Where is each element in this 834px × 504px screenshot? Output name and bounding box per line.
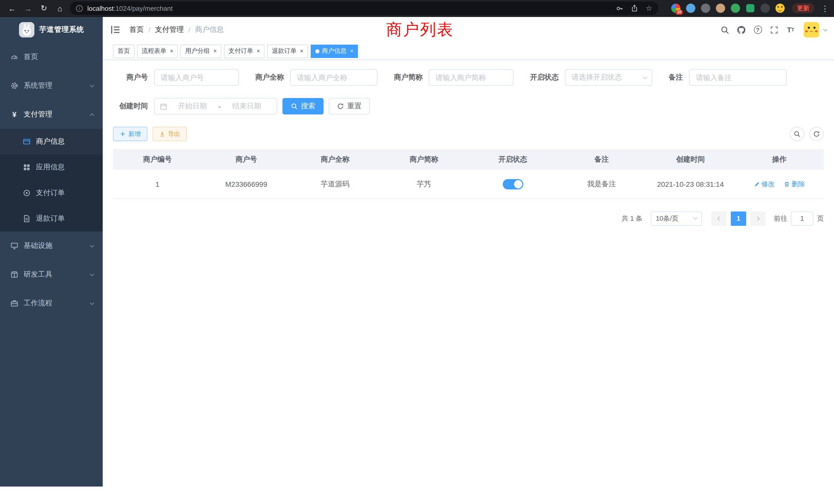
- chevron-left-icon: [718, 216, 722, 221]
- page-size-select[interactable]: 10条/页: [651, 211, 702, 226]
- key-icon[interactable]: [616, 4, 624, 12]
- share-icon[interactable]: [631, 4, 639, 12]
- tag-user-group[interactable]: 用户分组×: [180, 44, 221, 58]
- github-icon[interactable]: [735, 23, 748, 36]
- sidebar-item-infrastructure[interactable]: 基础设施: [0, 231, 103, 260]
- cell-status: [468, 170, 557, 199]
- short-name-input[interactable]: [429, 69, 513, 86]
- extension-badge: 10: [675, 10, 683, 15]
- search-icon[interactable]: [719, 23, 731, 36]
- sidebar-item-workflow[interactable]: 工作流程: [0, 289, 103, 318]
- filter-short-name: 商户简称: [394, 69, 513, 86]
- cell-create-time: 2021-10-23 08:31:14: [646, 170, 735, 199]
- help-icon[interactable]: ?: [751, 23, 764, 36]
- close-icon[interactable]: ×: [300, 48, 304, 54]
- extension-gray-icon[interactable]: [701, 3, 711, 13]
- prev-page-button[interactable]: [711, 211, 727, 226]
- tag-home[interactable]: 首页: [113, 44, 135, 58]
- tag-pay-order[interactable]: 支付订单×: [224, 44, 265, 58]
- remark-input[interactable]: [689, 69, 787, 86]
- sidebar-item-system[interactable]: 系统管理: [0, 71, 103, 100]
- breadcrumb-home[interactable]: 首页: [129, 25, 144, 35]
- close-icon[interactable]: ×: [350, 48, 354, 54]
- column-header: 商户简称: [379, 150, 468, 170]
- bookmark-star-icon[interactable]: ☆: [646, 5, 652, 12]
- toolbar-right: [790, 127, 824, 141]
- extension-green-circle-icon[interactable]: [730, 3, 741, 13]
- sidebar-item-app-info[interactable]: 应用信息: [0, 155, 103, 180]
- page-number-1[interactable]: 1: [731, 211, 746, 226]
- status-select[interactable]: 请选择开启状态: [565, 69, 652, 86]
- cell-actions: 修改 删除: [735, 170, 824, 199]
- end-date-placeholder: 结束日期: [222, 101, 272, 111]
- column-header: 创建时间: [646, 150, 735, 170]
- browser-toolbar: ← → ↻ ⌂ i localhost:1024/pay/merchant ☆ …: [0, 0, 834, 17]
- page-annotation: 商户列表: [386, 19, 454, 41]
- forward-icon[interactable]: →: [21, 2, 35, 15]
- reset-button[interactable]: 重置: [329, 98, 370, 114]
- add-button[interactable]: 新增: [113, 127, 147, 141]
- full-name-input[interactable]: [290, 69, 377, 86]
- reload-icon[interactable]: ↻: [37, 2, 51, 15]
- close-icon[interactable]: ×: [170, 48, 173, 54]
- filter-merchant-no: 商户号: [113, 69, 239, 86]
- sidebar-item-refund-order[interactable]: 退款订单: [0, 206, 103, 231]
- payment-submenu: 商户信息 应用信息 支付订单 退款订单: [0, 129, 103, 231]
- filter-create-time: 创建时间 开始日期 - 结束日期: [113, 98, 277, 114]
- extension-smiley-icon[interactable]: [775, 3, 785, 13]
- extension-colorwheel-icon[interactable]: 10: [671, 3, 681, 13]
- cell-merchant-id: 1: [113, 170, 202, 199]
- status-toggle[interactable]: [503, 179, 523, 189]
- font-size-icon[interactable]: TT: [784, 23, 797, 36]
- sidebar-item-devtools[interactable]: 研发工具: [0, 260, 103, 289]
- back-icon[interactable]: ←: [5, 2, 19, 15]
- cell-short-name: 芋艿: [379, 170, 468, 199]
- refresh-button[interactable]: [809, 127, 824, 141]
- extension-avatar-icon[interactable]: [716, 3, 726, 13]
- extension-blue-icon[interactable]: [686, 3, 696, 13]
- top-navbar: 首页 / 支付管理 / 商户信息 商户列表 ?: [103, 17, 834, 43]
- breadcrumb-separator: /: [148, 26, 151, 34]
- extension-dark-icon[interactable]: [760, 3, 770, 13]
- browser-menu-icon[interactable]: ⋮: [821, 4, 829, 12]
- address-bar[interactable]: i localhost:1024/pay/merchant ☆: [70, 2, 658, 15]
- date-range-picker[interactable]: 开始日期 - 结束日期: [154, 98, 277, 114]
- active-dot: [315, 49, 320, 53]
- extension-green-square-icon[interactable]: [745, 3, 755, 13]
- delete-button[interactable]: 删除: [784, 180, 805, 189]
- info-icon[interactable]: i: [76, 5, 83, 12]
- export-button[interactable]: 导出: [153, 127, 187, 141]
- tag-merchant-info[interactable]: 商户信息×: [311, 44, 358, 58]
- hamburger-icon[interactable]: [110, 24, 121, 36]
- tag-refund-order[interactable]: 退款订单×: [267, 44, 308, 58]
- browser-update-button[interactable]: 更新: [792, 3, 814, 13]
- sidebar-item-home[interactable]: 首页: [0, 43, 103, 71]
- fullscreen-icon[interactable]: [768, 23, 781, 36]
- sidebar-logo[interactable]: 芋道管理系统: [0, 17, 103, 43]
- sidebar-item-payment[interactable]: ¥ 支付管理: [0, 100, 103, 129]
- pagination-total: 共 1 条: [622, 214, 642, 223]
- goto-page-input[interactable]: [791, 211, 813, 226]
- edit-button[interactable]: 修改: [754, 180, 775, 189]
- home-icon[interactable]: ⌂: [53, 2, 67, 15]
- sidebar-item-pay-order[interactable]: 支付订单: [0, 180, 103, 206]
- pagination: 共 1 条 10条/页 1 前往 页: [113, 211, 824, 226]
- omnibox-actions: ☆: [616, 4, 652, 12]
- main-area: 首页 / 支付管理 / 商户信息 商户列表 ?: [103, 17, 834, 486]
- search-button[interactable]: 搜索: [282, 98, 324, 114]
- close-icon[interactable]: ×: [257, 48, 260, 54]
- table-toolbar: 新增 导出: [113, 127, 824, 141]
- toggle-search-button[interactable]: [790, 127, 804, 141]
- user-avatar[interactable]: [804, 22, 819, 38]
- sidebar-item-merchant-info[interactable]: 商户信息: [0, 129, 103, 155]
- merchant-no-input[interactable]: [154, 69, 239, 86]
- column-header: 开启状态: [468, 150, 557, 170]
- avatar-dropdown-icon[interactable]: [823, 27, 828, 31]
- breadcrumb-payment[interactable]: 支付管理: [155, 25, 184, 35]
- next-page-button[interactable]: [750, 211, 766, 226]
- search-icon: [793, 130, 800, 138]
- close-icon[interactable]: ×: [213, 48, 217, 54]
- filter-row-1: 商户号 商户全称 商户简称 开启状态: [113, 69, 824, 86]
- merchant-card-icon: [23, 138, 31, 146]
- tag-process-form[interactable]: 流程表单×: [137, 44, 178, 58]
